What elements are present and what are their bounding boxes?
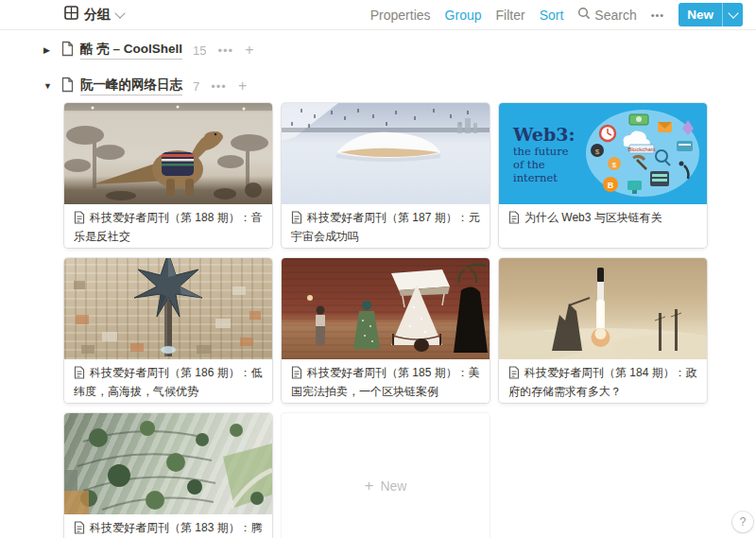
new-button-label: New — [679, 3, 722, 26]
group-toggle-icon[interactable]: ▶ — [43, 45, 60, 55]
view-switcher[interactable]: 分组 — [64, 6, 124, 24]
group-add-button[interactable]: + — [245, 42, 253, 59]
group-toggle-icon[interactable]: ▼ — [43, 81, 60, 91]
help-button[interactable]: ? — [732, 512, 753, 532]
filter-button[interactable]: Filter — [496, 8, 525, 23]
card-issue-188[interactable]: 科技爱好者周刊（第 188 期）：音乐是反社交 — [64, 103, 272, 248]
card-title: 科技爱好者周刊（第 187 期）：元宇宙会成功吗 — [282, 204, 490, 248]
card-title: 科技爱好者周刊（第 186 期）：低纬度，高海拔，气候优势 — [64, 359, 272, 403]
more-options-button[interactable]: ••• — [651, 9, 665, 21]
page-text-icon — [74, 366, 85, 384]
search-label: Search — [594, 8, 636, 23]
page-text-icon — [291, 366, 302, 384]
card-cover-dinosaur-museum — [64, 103, 272, 204]
card-title: 为什么 Web3 与区块链有关 — [499, 204, 707, 234]
card-cover-rocket-launch — [499, 258, 707, 359]
group-count: 15 — [193, 43, 206, 58]
sort-button[interactable]: Sort — [540, 8, 564, 23]
group-add-button[interactable]: + — [238, 78, 247, 95]
toolbar-actions: Properties Group Filter Sort Search ••• … — [370, 3, 743, 26]
view-toolbar: 分组 Properties Group Filter Sort Search •… — [0, 0, 756, 30]
page-text-icon — [74, 521, 85, 538]
plaza-photo-illustration — [282, 258, 490, 359]
card-cover-web3: Web3: the future of the internet $ — [499, 103, 707, 204]
svg-text:$: $ — [612, 161, 617, 169]
page-text-icon — [291, 211, 302, 229]
group-header-ruanyifeng: ▼ 阮一峰的网络日志 7 ••• + — [0, 76, 756, 96]
group-button[interactable]: Group — [445, 8, 482, 23]
chevron-down-icon — [728, 8, 738, 18]
card-title-text: 科技爱好者周刊（第 184 期）：政府的存储需求有多大？ — [508, 366, 697, 398]
card-title-text: 科技爱好者周刊（第 185 期）：美国宪法拍卖，一个区块链案例 — [291, 366, 480, 398]
search-icon — [577, 7, 591, 24]
web3-heading: Web3: — [513, 124, 575, 145]
group-more-button[interactable]: ••• — [211, 79, 227, 94]
card-title-text: 科技爱好者周刊（第 183 期）：腾讯的员工退休福利 — [74, 521, 263, 538]
group-more-button[interactable]: ••• — [217, 43, 233, 58]
gallery-view-icon — [64, 6, 78, 24]
card-title: 科技爱好者周刊（第 188 期）：音乐是反社交 — [64, 204, 272, 248]
new-button[interactable]: New — [679, 3, 743, 26]
page-text-icon — [74, 211, 85, 229]
card-title: 科技爱好者周刊（第 184 期）：政府的存储需求有多大？ — [499, 359, 707, 403]
city-photo-illustration — [64, 258, 272, 359]
dinosaur-photo-illustration — [64, 103, 272, 204]
svg-text:Blockchain: Blockchain — [627, 147, 655, 152]
new-dropdown-button[interactable] — [722, 3, 743, 26]
card-title-text: 科技爱好者周刊（第 186 期）：低纬度，高海拔，气候优势 — [74, 366, 263, 398]
card-title: 科技爱好者周刊（第 185 期）：美国宪法拍卖，一个区块链案例 — [282, 359, 490, 403]
card-title: 科技爱好者周刊（第 183 期）：腾讯的员工退休福利 — [64, 514, 272, 538]
svg-text:$: $ — [595, 148, 600, 156]
page-text-icon — [508, 366, 520, 384]
web3-line3: internet — [513, 171, 575, 184]
search-button[interactable]: Search — [577, 7, 636, 24]
card-issue-187[interactable]: 科技爱好者周刊（第 187 期）：元宇宙会成功吗 — [282, 103, 490, 248]
snow-photo-illustration — [282, 103, 490, 204]
card-issue-186[interactable]: 科技爱好者周刊（第 186 期）：低纬度，高海拔，气候优势 — [64, 258, 272, 403]
card-title-text: 科技爱好者周刊（第 187 期）：元宇宙会成功吗 — [291, 211, 480, 243]
card-cover-aerial-city — [64, 258, 272, 359]
card-issue-184[interactable]: 科技爱好者周刊（第 184 期）：政府的存储需求有多大？ — [499, 258, 707, 403]
web3-line2: of the — [513, 158, 575, 171]
group-count: 7 — [193, 79, 199, 94]
chevron-down-icon — [114, 8, 125, 18]
card-title-text: 为什么 Web3 与区块链有关 — [524, 211, 662, 224]
web3-line1: the future — [513, 145, 575, 158]
card-web3[interactable]: Web3: the future of the internet $ — [499, 103, 707, 248]
plus-icon: + — [365, 477, 374, 495]
card-issue-183[interactable]: 科技爱好者周刊（第 183 期）：腾讯的员工退休福利 — [64, 413, 272, 538]
properties-button[interactable]: Properties — [370, 8, 431, 23]
card-issue-185[interactable]: 科技爱好者周刊（第 185 期）：美国宪法拍卖，一个区块链案例 — [282, 258, 490, 403]
new-card-label: New — [380, 478, 406, 494]
web3-graphic-text: Web3: the future of the internet — [513, 124, 575, 184]
page-icon — [60, 41, 75, 61]
view-title: 分组 — [84, 7, 111, 24]
new-card-button[interactable]: + New — [282, 413, 490, 538]
page-text-icon — [508, 211, 520, 229]
green-building-photo-illustration — [64, 413, 272, 514]
group-title[interactable]: 酷 壳 – CoolShell — [80, 41, 182, 60]
card-title-text: 科技爱好者周刊（第 188 期）：音乐是反社交 — [74, 211, 263, 243]
card-cover-brick-plaza — [282, 258, 490, 359]
page-icon — [60, 77, 75, 96]
svg-text:B: B — [608, 181, 614, 190]
card-cover-green-building — [64, 413, 272, 514]
gallery-grid: 科技爱好者周刊（第 188 期）：音乐是反社交 — [64, 103, 707, 538]
rocket-photo-illustration — [499, 258, 707, 359]
group-header-coolshell: ▶ 酷 壳 – CoolShell 15 ••• + — [0, 40, 756, 61]
group-title[interactable]: 阮一峰的网络日志 — [80, 77, 182, 95]
card-cover-snow-building — [282, 103, 490, 204]
